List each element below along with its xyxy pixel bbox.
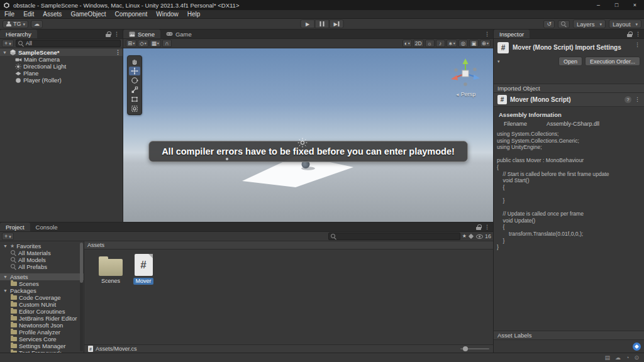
tab-inspector[interactable]: Inspector (494, 30, 530, 38)
expander-icon[interactable]: ▼ (3, 275, 8, 279)
menu-file[interactable]: File (0, 10, 19, 18)
tree-package-settings-manager[interactable]: Settings Manager (0, 343, 84, 349)
transform-tool-button[interactable] (129, 104, 140, 113)
tab-console[interactable]: Console (30, 222, 64, 231)
scene-audio-button[interactable]: ♪ (436, 40, 445, 47)
tree-package-jetbrains-rider[interactable]: JetBrains Rider Editor (0, 315, 84, 322)
tab-project[interactable]: Project (0, 222, 30, 231)
foldout-icon[interactable]: ▾ (497, 59, 500, 63)
hierarchy-item-player-roller[interactable]: Player (Roller) (0, 77, 123, 84)
snap-toggle-button[interactable]: ∩ (162, 40, 172, 47)
tab-scene[interactable]: Scene (123, 30, 160, 38)
camera-settings-button[interactable]: ▣ (469, 40, 479, 47)
asset-item-mover[interactable]: # Mover (127, 253, 160, 285)
step-button[interactable]: ▶ (330, 19, 344, 28)
component-menu-icon[interactable]: ⋮ (635, 97, 640, 102)
slider-thumb[interactable] (463, 346, 468, 351)
move-tool-button[interactable] (129, 67, 140, 75)
scene-visibility-button[interactable]: ◎ (458, 40, 468, 47)
maximize-button[interactable]: □ (608, 0, 626, 10)
editor-search-button[interactable] (558, 20, 570, 28)
open-button[interactable]: Open (558, 57, 582, 66)
search-by-label-icon[interactable] (469, 234, 474, 239)
tree-all-materials[interactable]: All Materials (0, 250, 84, 256)
hierarchy-item-plane[interactable]: Plane (0, 70, 123, 77)
close-button[interactable]: × (626, 0, 644, 10)
hierarchy-item-directional-light[interactable]: Directional Light (0, 63, 123, 70)
activity-status-icon[interactable]: ⊙ (634, 354, 639, 361)
execution-order-button[interactable]: Execution Order... (585, 57, 640, 66)
tree-scrollbar[interactable] (80, 243, 83, 351)
tool-settings-button[interactable]: ⊞▾ (126, 40, 136, 47)
cloud-services-button[interactable]: ☁ (31, 20, 43, 28)
hierarchy-search-input[interactable] (26, 40, 118, 47)
tree-package-code-coverage[interactable]: Code Coverage (0, 294, 84, 301)
directional-light-gizmo-icon[interactable] (297, 138, 308, 148)
asset-labels-bar[interactable]: Asset Labels (494, 331, 644, 340)
thumbnail-zoom-slider[interactable] (460, 348, 489, 349)
cloud-status-icon[interactable]: ☁ (615, 354, 621, 361)
layers-dropdown[interactable]: Layers▾ (573, 19, 606, 28)
tree-all-models[interactable]: All Models (0, 256, 84, 263)
tree-assets[interactable]: ▼ Assets (0, 273, 84, 280)
grid-visibility-button[interactable]: ▦▾ (150, 40, 161, 47)
expander-icon[interactable]: ▼ (3, 244, 8, 248)
progress-status-icon[interactable]: ◔ (626, 354, 629, 361)
scene-header-row[interactable]: ▼ SampleScene* ⋮ (0, 48, 123, 56)
panel-menu-icon[interactable]: ⋮ (114, 31, 119, 37)
tree-package-services-core[interactable]: Services Core (0, 336, 84, 343)
account-dropdown[interactable]: TG ▾ (3, 20, 28, 28)
minimize-button[interactable]: – (589, 0, 608, 10)
project-search-input[interactable] (338, 233, 458, 239)
hand-tool-button[interactable] (129, 57, 140, 66)
create-asset-button[interactable]: +▾ (2, 233, 14, 240)
scene-viewport[interactable]: All compiler errors have to be fixed bef… (123, 48, 493, 222)
shading-mode-button[interactable]: ◐▾ (402, 40, 412, 47)
tree-package-profile-analyzer[interactable]: Profile Analyzer (0, 329, 84, 336)
tab-game[interactable]: Game (160, 30, 197, 38)
tab-hierarchy[interactable]: Hierarchy (0, 30, 37, 38)
tree-package-editor-coroutines[interactable]: Editor Coroutines (0, 308, 84, 315)
script-component-header[interactable]: # Mover (Mono Script) ? ⋮ (494, 93, 644, 107)
tree-package-newtonsoft-json[interactable]: Newtonsoft Json (0, 322, 84, 329)
asset-item-scenes[interactable]: Scenes (94, 253, 127, 285)
panel-menu-icon[interactable]: ⋮ (484, 31, 490, 37)
menu-gameobject[interactable]: GameObject (66, 10, 110, 18)
lock-icon[interactable] (476, 224, 481, 230)
console-status-icon[interactable]: ▤ (605, 354, 611, 361)
pause-button[interactable] (315, 19, 330, 28)
scene-menu-icon[interactable]: ⋮ (115, 50, 121, 55)
tree-scenes-folder[interactable]: Scenes (0, 280, 84, 287)
rotate-tool-button[interactable] (129, 76, 140, 85)
rect-tool-button[interactable] (129, 95, 140, 104)
scene-effects-button[interactable]: ∗▾ (447, 40, 457, 47)
menu-assets[interactable]: Assets (38, 10, 66, 18)
tree-favorites[interactable]: ▼ ★ Favorites (0, 243, 84, 250)
expander-icon[interactable]: ▼ (3, 288, 8, 293)
create-object-button[interactable]: +▾ (2, 40, 14, 47)
scale-tool-button[interactable] (129, 85, 140, 94)
hidden-packages-icon[interactable] (476, 234, 483, 239)
hierarchy-item-main-camera[interactable]: Main Camera (0, 56, 123, 63)
panel-menu-icon[interactable]: ⋮ (484, 224, 490, 230)
lock-icon[interactable] (106, 31, 111, 37)
menu-edit[interactable]: Edit (19, 10, 38, 18)
menu-help[interactable]: Help (183, 10, 205, 18)
asset-label-button[interactable] (633, 343, 641, 351)
help-icon[interactable]: ? (625, 96, 631, 103)
lock-icon[interactable] (627, 31, 632, 37)
header-menu-icon[interactable]: ⋮ (635, 42, 640, 48)
menu-window[interactable]: Window (152, 10, 183, 18)
undo-history-button[interactable]: ↺ (543, 20, 555, 28)
save-search-icon[interactable]: ★ (462, 234, 467, 239)
projection-label[interactable]: ◄ Persp (448, 91, 483, 97)
layout-dropdown[interactable]: Layout▾ (609, 19, 641, 28)
2d-mode-button[interactable]: 2D (413, 40, 424, 47)
scene-lighting-button[interactable]: ☼ (425, 40, 435, 47)
gizmos-button[interactable]: ⊕▾ (480, 40, 491, 47)
expander-icon[interactable]: ▼ (2, 50, 8, 55)
tree-package-custom-nunit[interactable]: Custom NUnit (0, 301, 84, 308)
play-button[interactable]: ▶ (301, 19, 315, 28)
orientation-gizmo[interactable] (448, 56, 483, 91)
tree-packages[interactable]: ▼ Packages (0, 287, 84, 294)
